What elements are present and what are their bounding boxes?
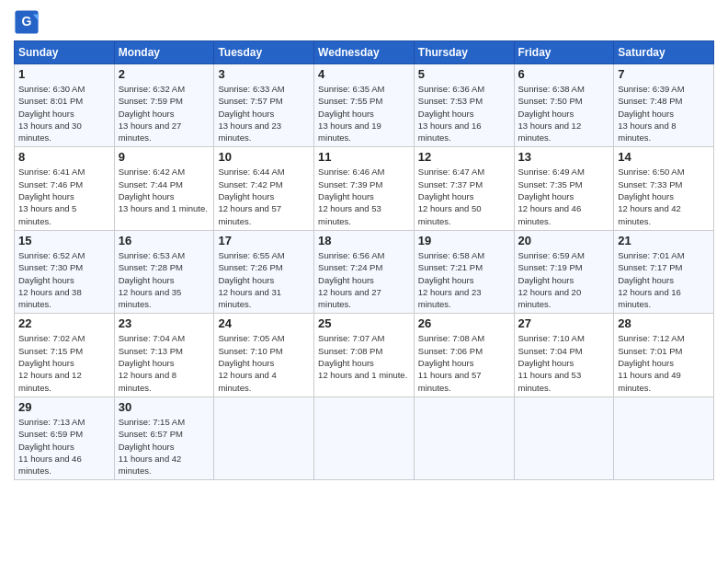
calendar-cell: 24Sunrise: 7:05 AMSunset: 7:10 PMDayligh… (214, 314, 314, 396)
day-number: 1 (18, 67, 110, 81)
day-info: Sunrise: 7:13 AMSunset: 6:59 PMDaylight … (18, 416, 110, 477)
day-info: Sunrise: 7:10 AMSunset: 7:04 PMDaylight … (518, 332, 610, 393)
day-number: 14 (618, 150, 710, 164)
calendar-cell: 6Sunrise: 6:38 AMSunset: 7:50 PMDaylight… (514, 64, 614, 147)
weekday-header-thursday: Thursday (414, 41, 514, 64)
day-number: 27 (518, 316, 610, 330)
calendar-cell (214, 396, 314, 479)
calendar-table: SundayMondayTuesdayWednesdayThursdayFrid… (14, 40, 714, 480)
day-info: Sunrise: 6:46 AMSunset: 7:39 PMDaylight … (318, 166, 410, 226)
calendar-cell: 22Sunrise: 7:02 AMSunset: 7:15 PMDayligh… (15, 314, 115, 396)
day-number: 4 (318, 67, 410, 81)
day-number: 13 (518, 150, 610, 164)
calendar-cell: 26Sunrise: 7:08 AMSunset: 7:06 PMDayligh… (414, 314, 514, 396)
day-number: 24 (218, 316, 310, 330)
day-number: 6 (518, 67, 610, 81)
day-info: Sunrise: 6:36 AMSunset: 7:53 PMDaylight … (418, 83, 510, 144)
calendar-cell: 10Sunrise: 6:44 AMSunset: 7:42 PMDayligh… (214, 147, 314, 230)
day-number: 2 (119, 67, 210, 81)
calendar-cell: 27Sunrise: 7:10 AMSunset: 7:04 PMDayligh… (514, 314, 614, 396)
calendar-cell (614, 396, 714, 479)
calendar-cell: 30Sunrise: 7:15 AMSunset: 6:57 PMDayligh… (114, 396, 214, 479)
day-info: Sunrise: 6:38 AMSunset: 7:50 PMDaylight … (518, 83, 610, 144)
calendar-cell: 17Sunrise: 6:55 AMSunset: 7:26 PMDayligh… (214, 230, 314, 313)
calendar-cell: 28Sunrise: 7:12 AMSunset: 7:01 PMDayligh… (614, 314, 714, 396)
calendar-cell: 9Sunrise: 6:42 AMSunset: 7:44 PMDaylight… (114, 147, 214, 230)
day-number: 23 (119, 316, 210, 330)
day-info: Sunrise: 7:07 AMSunset: 7:08 PMDaylight … (318, 332, 410, 381)
calendar-cell (314, 396, 415, 479)
day-info: Sunrise: 6:58 AMSunset: 7:21 PMDaylight … (418, 249, 510, 310)
page-container: G SundayMondayTuesdayWednesdayThursdayFr… (0, 0, 728, 489)
day-number: 28 (618, 316, 710, 330)
calendar-cell: 15Sunrise: 6:52 AMSunset: 7:30 PMDayligh… (15, 230, 115, 313)
svg-text:G: G (22, 14, 32, 29)
day-info: Sunrise: 6:30 AMSunset: 8:01 PMDaylight … (18, 83, 110, 144)
day-number: 9 (119, 150, 210, 164)
logo: G (14, 9, 43, 35)
day-number: 19 (418, 234, 510, 247)
weekday-header-tuesday: Tuesday (214, 41, 314, 64)
day-number: 5 (418, 67, 510, 81)
calendar-cell: 2Sunrise: 6:32 AMSunset: 7:59 PMDaylight… (114, 64, 214, 147)
day-number: 30 (119, 400, 210, 414)
weekday-header-monday: Monday (114, 41, 214, 64)
day-info: Sunrise: 7:15 AMSunset: 6:57 PMDaylight … (119, 416, 210, 477)
day-number: 18 (318, 234, 410, 247)
calendar-cell: 4Sunrise: 6:35 AMSunset: 7:55 PMDaylight… (314, 64, 415, 147)
weekday-header-saturday: Saturday (614, 41, 714, 64)
day-info: Sunrise: 7:04 AMSunset: 7:13 PMDaylight … (119, 332, 210, 393)
day-info: Sunrise: 7:02 AMSunset: 7:15 PMDaylight … (18, 332, 110, 393)
week-row-5: 29Sunrise: 7:13 AMSunset: 6:59 PMDayligh… (15, 396, 714, 479)
day-number: 26 (418, 316, 510, 330)
day-number: 21 (618, 234, 710, 247)
day-number: 11 (318, 150, 410, 164)
calendar-cell: 7Sunrise: 6:39 AMSunset: 7:48 PMDaylight… (614, 64, 714, 147)
day-number: 20 (518, 234, 610, 247)
calendar-cell: 3Sunrise: 6:33 AMSunset: 7:57 PMDaylight… (214, 64, 314, 147)
calendar-cell: 12Sunrise: 6:47 AMSunset: 7:37 PMDayligh… (414, 147, 514, 230)
day-number: 3 (218, 67, 310, 81)
day-info: Sunrise: 6:32 AMSunset: 7:59 PMDaylight … (119, 83, 210, 144)
calendar-cell: 18Sunrise: 6:56 AMSunset: 7:24 PMDayligh… (314, 230, 415, 313)
weekday-header-wednesday: Wednesday (314, 41, 415, 64)
day-info: Sunrise: 6:52 AMSunset: 7:30 PMDaylight … (18, 249, 110, 310)
day-number: 12 (418, 150, 510, 164)
day-number: 10 (218, 150, 310, 164)
weekday-header-row: SundayMondayTuesdayWednesdayThursdayFrid… (15, 41, 714, 64)
calendar-cell: 23Sunrise: 7:04 AMSunset: 7:13 PMDayligh… (114, 314, 214, 396)
day-info: Sunrise: 7:05 AMSunset: 7:10 PMDaylight … (218, 332, 310, 393)
calendar-cell (514, 396, 614, 479)
calendar-cell: 16Sunrise: 6:53 AMSunset: 7:28 PMDayligh… (114, 230, 214, 313)
day-info: Sunrise: 6:56 AMSunset: 7:24 PMDaylight … (318, 249, 410, 310)
day-number: 16 (119, 234, 210, 247)
calendar-cell: 8Sunrise: 6:41 AMSunset: 7:46 PMDaylight… (15, 147, 115, 230)
day-number: 29 (18, 400, 110, 414)
calendar-cell: 13Sunrise: 6:49 AMSunset: 7:35 PMDayligh… (514, 147, 614, 230)
calendar-cell (414, 396, 514, 479)
calendar-cell: 5Sunrise: 6:36 AMSunset: 7:53 PMDaylight… (414, 64, 514, 147)
calendar-cell: 29Sunrise: 7:13 AMSunset: 6:59 PMDayligh… (15, 396, 115, 479)
weekday-header-sunday: Sunday (15, 41, 115, 64)
week-row-2: 8Sunrise: 6:41 AMSunset: 7:46 PMDaylight… (15, 147, 714, 230)
day-info: Sunrise: 7:08 AMSunset: 7:06 PMDaylight … (418, 332, 510, 393)
day-info: Sunrise: 6:49 AMSunset: 7:35 PMDaylight … (518, 166, 610, 226)
calendar-cell: 1Sunrise: 6:30 AMSunset: 8:01 PMDaylight… (15, 64, 115, 147)
day-number: 7 (618, 67, 710, 81)
day-number: 15 (18, 234, 110, 247)
day-number: 22 (18, 316, 110, 330)
day-info: Sunrise: 6:50 AMSunset: 7:33 PMDaylight … (618, 166, 710, 226)
day-info: Sunrise: 6:35 AMSunset: 7:55 PMDaylight … (318, 83, 410, 144)
weekday-header-friday: Friday (514, 41, 614, 64)
calendar-cell: 21Sunrise: 7:01 AMSunset: 7:17 PMDayligh… (614, 230, 714, 313)
calendar-cell: 19Sunrise: 6:58 AMSunset: 7:21 PMDayligh… (414, 230, 514, 313)
week-row-3: 15Sunrise: 6:52 AMSunset: 7:30 PMDayligh… (15, 230, 714, 313)
day-info: Sunrise: 6:44 AMSunset: 7:42 PMDaylight … (218, 166, 310, 226)
calendar-cell: 25Sunrise: 7:07 AMSunset: 7:08 PMDayligh… (314, 314, 415, 396)
day-info: Sunrise: 7:12 AMSunset: 7:01 PMDaylight … (618, 332, 710, 393)
day-info: Sunrise: 6:47 AMSunset: 7:37 PMDaylight … (418, 166, 510, 226)
day-info: Sunrise: 6:39 AMSunset: 7:48 PMDaylight … (618, 83, 710, 144)
logo-icon: G (14, 9, 40, 35)
day-info: Sunrise: 6:53 AMSunset: 7:28 PMDaylight … (119, 249, 210, 310)
calendar-cell: 20Sunrise: 6:59 AMSunset: 7:19 PMDayligh… (514, 230, 614, 313)
